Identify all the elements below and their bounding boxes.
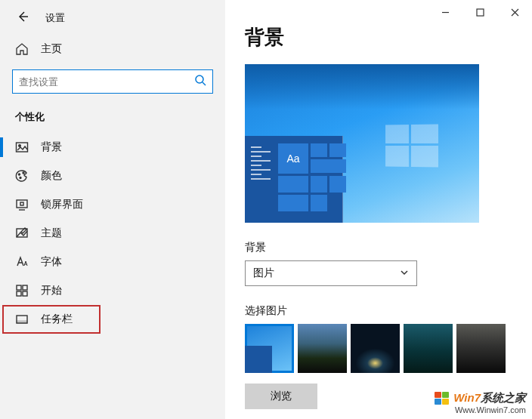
svg-rect-6	[17, 200, 27, 208]
theme-icon	[15, 226, 29, 240]
chevron-down-icon	[400, 266, 409, 280]
lockscreen-icon	[15, 198, 29, 211]
svg-point-4	[20, 177, 21, 179]
minimize-button[interactable]	[428, 0, 462, 24]
font-icon	[15, 255, 29, 269]
svg-rect-11	[17, 291, 21, 296]
windows-flag-icon	[435, 392, 451, 405]
start-icon	[15, 284, 29, 297]
nav-item-taskbar[interactable]: 任务栏	[2, 305, 101, 334]
svg-rect-12	[23, 291, 27, 296]
svg-rect-14	[17, 321, 27, 323]
svg-rect-9	[17, 285, 21, 290]
choose-picture-label: 选择图片	[245, 304, 518, 318]
nav-label: 字体	[41, 255, 62, 269]
home-link[interactable]: 主页	[0, 36, 225, 62]
picture-thumb-4[interactable]	[404, 324, 453, 373]
nav-item-background[interactable]: 背景	[0, 133, 225, 162]
nav-label: 背景	[41, 140, 62, 154]
home-label: 主页	[41, 42, 62, 56]
picture-thumbnails	[245, 324, 518, 373]
svg-point-2	[19, 145, 21, 147]
preview-sample-text: Aa	[278, 143, 308, 174]
picture-thumb-1[interactable]	[245, 324, 294, 373]
svg-rect-10	[23, 285, 27, 290]
palette-icon	[15, 169, 29, 183]
nav-list: 背景 颜色 锁屏界面 主题	[0, 133, 225, 334]
picture-icon	[15, 140, 29, 154]
home-icon	[15, 42, 29, 56]
desktop-preview: Aa	[245, 64, 479, 223]
titlebar-left: 设置	[0, 8, 225, 36]
picture-thumb-5[interactable]	[456, 324, 506, 373]
nav-label: 颜色	[41, 169, 62, 183]
nav-item-fonts[interactable]: 字体	[0, 248, 225, 276]
svg-rect-7	[20, 202, 23, 205]
svg-point-3	[19, 174, 20, 175]
app-title: 设置	[45, 11, 65, 25]
windows-logo-icon	[385, 125, 438, 167]
search-wrap	[0, 62, 225, 104]
nav-item-lockscreen[interactable]: 锁屏界面	[0, 190, 225, 219]
search-box[interactable]	[12, 69, 213, 94]
nav-item-start[interactable]: 开始	[0, 276, 225, 305]
nav-label: 开始	[41, 284, 62, 297]
settings-window: 设置 主页 个性化 背景	[0, 0, 532, 419]
svg-point-5	[23, 172, 24, 174]
section-title: 个性化	[0, 104, 225, 133]
preview-start-panel: Aa	[245, 136, 343, 223]
nav-label: 锁屏界面	[41, 198, 83, 211]
watermark: Win7系统之家 Www.Winwin7.com	[435, 391, 526, 414]
nav-label: 任务栏	[41, 313, 73, 326]
background-type-dropdown[interactable]: 图片	[245, 260, 417, 286]
content-area: 背景 Aa 背景 图片	[225, 0, 532, 419]
sidebar: 设置 主页 个性化 背景	[0, 0, 225, 419]
picture-thumb-3[interactable]	[351, 324, 400, 373]
svg-rect-15	[477, 9, 484, 16]
maximize-button[interactable]	[462, 0, 497, 24]
search-icon	[194, 74, 206, 89]
taskbar-icon	[15, 313, 29, 326]
dropdown-value: 图片	[253, 266, 274, 280]
search-input[interactable]	[19, 76, 194, 88]
background-type-label: 背景	[245, 241, 518, 254]
window-controls	[428, 0, 532, 24]
picture-thumb-2[interactable]	[298, 324, 347, 373]
back-icon[interactable]	[17, 11, 29, 26]
watermark-title: Win7系统之家	[435, 391, 526, 405]
nav-label: 主题	[41, 226, 62, 240]
nav-item-colors[interactable]: 颜色	[0, 162, 225, 190]
watermark-url: Www.Winwin7.com	[435, 405, 526, 414]
browse-button[interactable]: 浏览	[245, 384, 317, 409]
close-button[interactable]	[497, 0, 532, 24]
svg-point-0	[196, 75, 203, 83]
nav-item-themes[interactable]: 主题	[0, 219, 225, 248]
